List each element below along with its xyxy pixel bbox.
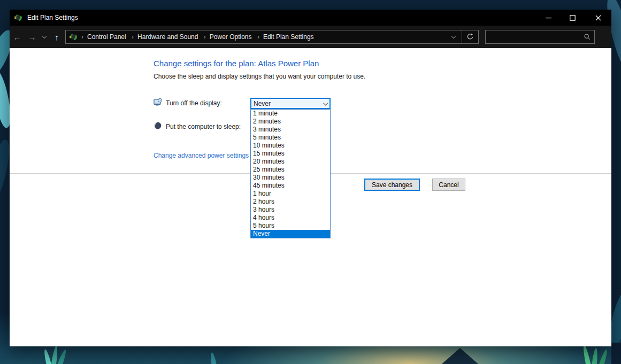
chevron-down-icon [42, 34, 47, 38]
up-button[interactable]: ↑ [49, 29, 64, 45]
titlebar: Edit Plan Settings [10, 10, 611, 26]
forward-arrow-icon: → [28, 33, 36, 42]
search-input[interactable] [486, 33, 580, 41]
refresh-icon [466, 33, 474, 41]
forward-button[interactable]: → [25, 29, 40, 45]
back-button[interactable]: ← [10, 29, 25, 45]
dropdown-option[interactable]: 1 hour [251, 190, 330, 198]
dropdown-option[interactable]: 2 hours [251, 198, 330, 206]
wallpaper-grass [51, 346, 58, 364]
refresh-button[interactable] [462, 30, 478, 43]
breadcrumb: ›Control Panel ›Hardware and Sound ›Powe… [78, 33, 314, 41]
content-area: Change settings for the plan: Atlas Powe… [10, 48, 611, 346]
display-timeout-select[interactable]: Never [250, 98, 331, 109]
back-arrow-icon: ← [13, 33, 21, 42]
power-options-icon [14, 13, 22, 22]
recent-pages-button[interactable] [40, 29, 49, 45]
wallpaper-grass [57, 348, 67, 364]
dropdown-option[interactable]: 2 minutes [251, 118, 330, 126]
navigation-bar: ← → ↑ ›Control Panel ›Hardware and Sound… [10, 26, 611, 48]
wallpaper-trunk [611, 343, 621, 364]
dropdown-option[interactable]: 4 hours [251, 214, 330, 222]
save-changes-button[interactable]: Save changes [364, 179, 420, 191]
close-button[interactable] [585, 10, 611, 26]
address-dropdown-button[interactable] [446, 30, 462, 43]
edit-plan-settings-window: Edit Plan Settings ← → ↑ [10, 10, 611, 346]
dropdown-option[interactable]: 45 minutes [251, 182, 330, 190]
dropdown-option[interactable]: 20 minutes [251, 158, 330, 166]
dropdown-option[interactable]: 30 minutes [251, 174, 330, 182]
dropdown-option[interactable]: 3 hours [251, 206, 330, 214]
chevron-down-icon [451, 34, 456, 38]
window-title: Edit Plan Settings [27, 14, 78, 21]
breadcrumb-segment: ›Power Options [200, 33, 252, 41]
sleep-moon-icon [154, 121, 162, 130]
cancel-button[interactable]: Cancel [432, 179, 465, 191]
chevron-down-icon [323, 101, 327, 105]
wallpaper-grass [43, 348, 52, 364]
display-timeout-options-list: 1 minute 2 minutes 3 minutes 5 minutes 1… [250, 109, 331, 238]
address-bar[interactable]: ›Control Panel ›Hardware and Sound ›Powe… [65, 30, 479, 44]
dropdown-option[interactable]: 10 minutes [251, 142, 330, 150]
dropdown-option[interactable]: Never [251, 230, 330, 238]
wallpaper-grass [210, 352, 217, 364]
breadcrumb-segment: ›Control Panel [78, 33, 126, 41]
dropdown-option[interactable]: 15 minutes [251, 150, 330, 158]
page-title: Change settings for the plan: Atlas Powe… [154, 59, 319, 68]
breadcrumb-separator-icon: › [254, 33, 263, 41]
wallpaper-rock [442, 348, 478, 364]
minimize-button[interactable] [536, 10, 561, 26]
advanced-power-settings-link[interactable]: Change advanced power settings [154, 152, 249, 159]
dropdown-option[interactable]: 3 minutes [251, 126, 330, 134]
turn-off-display-label: Turn off the display: [166, 99, 222, 107]
breadcrumb-separator-icon: › [128, 33, 137, 41]
breadcrumb-item[interactable]: Power Options [210, 33, 252, 41]
search-icon[interactable] [580, 33, 594, 41]
up-arrow-icon: ↑ [55, 33, 59, 42]
breadcrumb-item[interactable]: Edit Plan Settings [263, 33, 314, 41]
breadcrumb-item[interactable]: Hardware and Sound [137, 33, 198, 41]
close-icon [595, 15, 601, 21]
dropdown-option[interactable]: 25 minutes [251, 166, 330, 174]
sleep-label: Put the computer to sleep: [166, 123, 241, 130]
breadcrumb-item[interactable]: Control Panel [87, 33, 126, 41]
maximize-icon [570, 15, 576, 21]
wallpaper-grass [582, 345, 592, 364]
breadcrumb-segment: ›Hardware and Sound [128, 33, 198, 41]
search-box [485, 30, 595, 44]
breadcrumb-separator-icon: › [78, 33, 87, 41]
display-clock-icon [154, 98, 162, 106]
dropdown-option[interactable]: 5 minutes [251, 134, 330, 142]
breadcrumb-segment: ›Edit Plan Settings [254, 33, 314, 41]
minimize-icon [546, 15, 551, 21]
page-subtitle: Choose the sleep and display settings th… [154, 73, 365, 80]
dropdown-option[interactable]: 1 minute [251, 110, 330, 118]
combo-selected-value: Never [254, 100, 271, 107]
breadcrumb-separator-icon: › [200, 33, 210, 41]
wallpaper-grass [592, 348, 599, 364]
maximize-button[interactable] [561, 10, 585, 26]
power-options-icon [69, 33, 78, 41]
wallpaper-grass [599, 348, 609, 364]
dropdown-option[interactable]: 5 hours [251, 222, 330, 230]
